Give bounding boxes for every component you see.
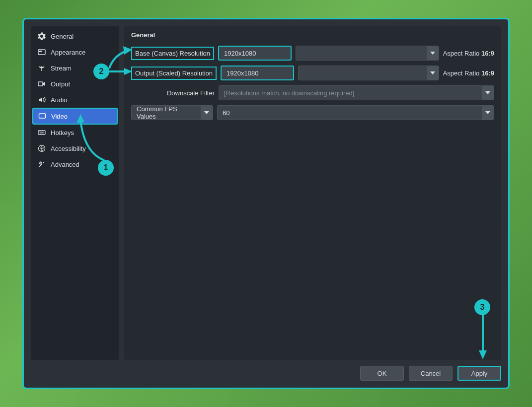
- button-row: OK Cancel Apply: [31, 360, 501, 381]
- callout-1: 1: [98, 160, 114, 176]
- accessibility-icon: [38, 144, 46, 152]
- svg-rect-3: [38, 82, 43, 86]
- sidebar-item-label: Output: [51, 80, 70, 88]
- svg-point-7: [41, 146, 42, 147]
- sidebar-item-hotkeys[interactable]: Hotkeys: [32, 125, 118, 140]
- sidebar-item-audio[interactable]: Audio: [32, 92, 118, 108]
- sidebar-item-label: Accessibility: [51, 145, 86, 152]
- row-downscale-filter: Downscale Filter [Resolutions match, no …: [131, 85, 494, 100]
- svg-rect-4: [39, 114, 46, 118]
- chevron-down-icon[interactable]: [482, 106, 494, 120]
- section-title: General: [131, 31, 494, 39]
- sidebar-item-label: Appearance: [51, 49, 85, 56]
- content-panel: General Base (Canvas) Resolution 1920x10…: [124, 26, 501, 360]
- svg-rect-5: [38, 131, 45, 135]
- aspect-ratio-label: Aspect Ratio 16:9: [443, 69, 494, 77]
- camera-icon: [38, 80, 46, 88]
- combo-downscale-filter[interactable]: [Resolutions match, no downscaling requi…: [219, 85, 494, 100]
- combo-output-resolution-ext[interactable]: [298, 66, 439, 80]
- label-downscale-filter: Downscale Filter: [131, 89, 215, 97]
- appearance-icon: [38, 48, 46, 56]
- sidebar-item-label: Hotkeys: [51, 129, 74, 136]
- sidebar-item-appearance[interactable]: Appearance: [32, 44, 118, 60]
- combo-fps-value[interactable]: 60: [217, 105, 494, 120]
- monitor-icon: [38, 112, 46, 120]
- label-base-resolution: Base (Canvas) Resolution: [131, 47, 214, 60]
- sidebar-item-label: Audio: [51, 96, 67, 104]
- svg-point-2: [41, 67, 43, 68]
- cancel-button[interactable]: Cancel: [409, 366, 453, 381]
- combo-value: 1920x1080: [219, 50, 291, 57]
- antenna-icon: [38, 64, 46, 72]
- combo-value: 1920x1080: [222, 69, 293, 77]
- callout-3: 3: [474, 299, 490, 315]
- combo-base-resolution[interactable]: 1920x1080: [218, 46, 292, 61]
- row-output-resolution: Output (Scaled) Resolution 1920x1080 Asp…: [131, 66, 494, 80]
- ok-button[interactable]: OK: [360, 366, 404, 381]
- combo-fps-type[interactable]: Common FPS Values: [131, 105, 213, 120]
- apply-button[interactable]: Apply: [457, 366, 501, 381]
- row-fps: Common FPS Values 60: [131, 105, 494, 120]
- sidebar-item-label: General: [51, 33, 74, 40]
- gear-icon: [38, 32, 46, 40]
- chevron-down-icon[interactable]: [201, 106, 213, 120]
- sidebar-item-label: Video: [51, 113, 68, 120]
- row-base-resolution: Base (Canvas) Resolution 1920x1080 Aspec…: [131, 46, 494, 61]
- chevron-down-icon[interactable]: [427, 66, 439, 80]
- combo-base-resolution-ext[interactable]: [296, 46, 439, 61]
- combo-output-resolution[interactable]: 1920x1080: [221, 66, 294, 80]
- sidebar-item-accessibility[interactable]: Accessibility: [32, 140, 118, 156]
- chevron-down-icon[interactable]: [427, 46, 439, 60]
- callout-2: 2: [93, 64, 109, 79]
- combo-value: Common FPS Values: [132, 105, 201, 120]
- chevron-down-icon[interactable]: [482, 86, 494, 100]
- sidebar-item-general[interactable]: General: [32, 28, 118, 44]
- label-output-resolution: Output (Scaled) Resolution: [131, 67, 217, 80]
- svg-rect-1: [39, 51, 42, 52]
- aspect-ratio-label: Aspect Ratio 16:9: [443, 50, 494, 57]
- sidebar-item-video[interactable]: Video: [32, 108, 118, 125]
- keyboard-icon: [38, 129, 46, 136]
- combo-value: 60: [218, 109, 482, 117]
- combo-value: [Resolutions match, no downscaling requi…: [219, 89, 482, 97]
- sidebar-item-label: Advanced: [51, 161, 79, 168]
- tools-icon: [38, 160, 46, 168]
- speaker-icon: [38, 96, 46, 104]
- sidebar-item-label: Stream: [51, 65, 72, 72]
